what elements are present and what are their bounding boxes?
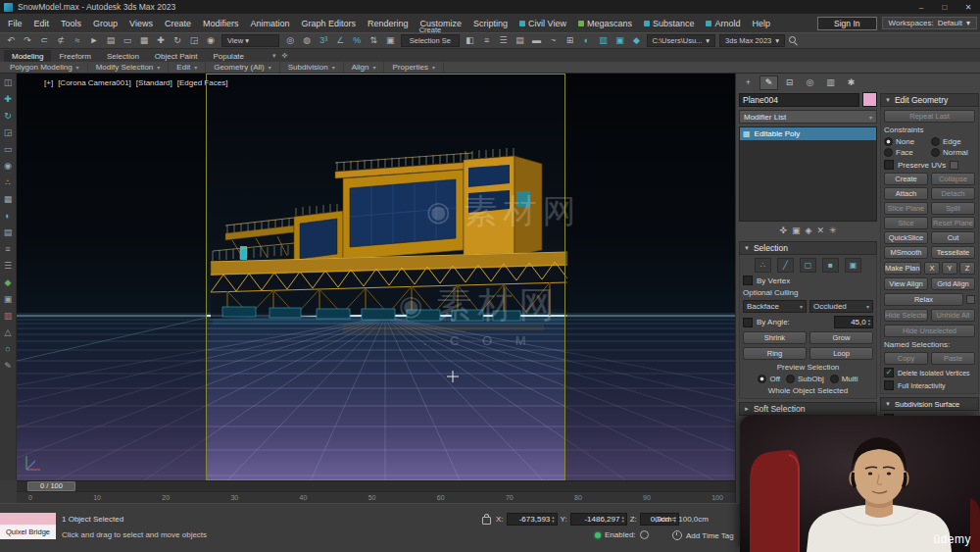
border-mode-icon[interactable]: ▢ [800,258,816,273]
ribbon-panel-geometry-all[interactable]: Geometry (All)▾ [206,62,280,73]
spinner-snap-icon[interactable]: ⇅ [366,33,381,48]
ribbon-tab-object-paint[interactable]: Object Paint [147,50,206,62]
add-time-tag[interactable]: Add Time Tag [672,530,734,540]
y-coordinate-field[interactable]: -1486,297▴▾ [570,513,627,526]
left-tool-move-icon[interactable]: ✚ [4,95,12,104]
ribbon-tab-populate[interactable]: Populate [205,50,252,62]
left-tool-display-icon[interactable]: ▥ [4,312,13,321]
left-tool-grid-icon[interactable]: ▦ [4,195,13,204]
repeat-last-button[interactable]: Repeat Last [884,110,975,123]
configure-modifier-sets-icon[interactable]: ✳ [829,226,837,235]
modifier-stack[interactable]: ▦ Editable Poly [739,126,877,222]
occluded-dropdown[interactable]: Occluded▾ [809,300,873,313]
ribbon-tab-selection[interactable]: Selection [99,50,147,62]
hide-unselected-button[interactable]: Hide Unselected [884,325,975,337]
project-folder-dropdown[interactable]: C:\Users\Usu... ▾ [647,34,716,47]
reset-plane-button[interactable]: Reset Plane [931,217,975,229]
sign-in-button[interactable]: Sign In [817,17,876,30]
relax-button[interactable]: Relax [884,293,963,306]
snap-toggle-3d-icon[interactable]: 3³ [316,33,331,48]
menu-edit[interactable]: Edit [28,14,56,32]
render-production-icon[interactable]: ◆ [629,33,645,48]
x-coordinate-field[interactable]: -673,593▴▾ [507,513,558,526]
select-and-move-icon[interactable]: ✚ [153,33,169,48]
make-planar-x-button[interactable]: X [924,262,940,275]
preview-subobj-radio[interactable]: SubObj [786,375,824,383]
polygon-mode-icon[interactable]: ■ [822,258,839,273]
show-end-result-icon[interactable]: ▣ [792,226,801,235]
by-vertex-checkbox[interactable]: By Vertex [743,276,873,285]
hierarchy-tab-icon[interactable]: ⊟ [780,75,799,90]
toggle-ribbon-icon[interactable]: ▬ [529,33,545,48]
viewport-standard-label[interactable]: [Standard] [136,78,172,87]
menu-file[interactable]: File [2,14,28,32]
spinner-icon[interactable]: ▴▾ [552,516,554,524]
menu-group[interactable]: Group [87,14,123,32]
left-tool-rotate-icon[interactable]: ↻ [4,112,12,121]
soft-selection-rollout-header[interactable]: ► Soft Selection [739,402,877,416]
make-planar-z-button[interactable]: Z [959,262,975,275]
select-object-icon[interactable]: ► [86,33,102,48]
preview-off-radio[interactable]: Off [758,375,780,383]
reference-coordinate-dropdown[interactable]: View ▾ [221,34,279,47]
workspaces-dropdown[interactable]: Workspaces: Default ▾ [882,17,977,29]
left-tool-scale-icon[interactable]: ◲ [4,128,13,137]
time-slider-handle[interactable]: 0 / 100 [27,481,75,491]
percent-snap-icon[interactable]: % [349,33,365,48]
hide-selected-button[interactable]: Hide Selected [884,309,928,322]
motion-tab-icon[interactable]: ◎ [801,75,819,90]
rendered-frame-window-icon[interactable]: ▣ [612,33,628,48]
mirror-icon[interactable]: ◧ [463,33,478,48]
loop-button[interactable]: Loop [809,347,873,360]
menu-substance[interactable]: Substance [638,14,701,32]
viewport-menu-plus[interactable]: [+] [44,78,53,87]
render-setup-icon[interactable]: ▥ [596,33,612,48]
detach-button[interactable]: Detach [931,187,975,200]
quixel-bridge-button[interactable]: Quixel Bridge [0,513,56,539]
preserve-uvs-checkbox[interactable]: Preserve UVs [884,160,975,170]
slice-plane-button[interactable]: Slice Plane [884,202,928,215]
pin-stack-icon[interactable]: ✜ [779,226,787,235]
ribbon-tab-freeform[interactable]: Freeform [51,50,98,62]
delete-isolated-vertices-checkbox[interactable]: ✓Delete Isolated Vertices [884,368,975,377]
ribbon-panel-properties[interactable]: Properties▾ [384,62,443,73]
create-tab-icon[interactable]: + [739,75,758,90]
left-tool-tri-icon[interactable]: △ [5,328,12,337]
backface-dropdown[interactable]: Backface▾ [743,300,807,313]
spinner-icon[interactable]: ▴▾ [868,319,870,326]
viewport[interactable]: [+] [Corona Camera001] [Standard] [Edged… [17,74,735,480]
by-angle-field[interactable]: 45,0▴▾ [834,316,873,328]
object-name-field[interactable]: Plane004 [739,93,859,107]
by-angle-checkbox[interactable]: By Angle: [743,318,831,327]
menu-megascans[interactable]: Megascans [572,14,638,32]
left-tool-list-icon[interactable]: ☰ [4,262,12,271]
menu-graph-editors[interactable]: Graph Editors [295,14,362,32]
constraint-face-radio[interactable]: Face [884,148,928,157]
named-selection-set-dropdown[interactable]: Create Selection Se ▾ [401,34,459,47]
spinner-icon[interactable]: ▴▾ [621,516,623,524]
time-slider[interactable]: 0 / 100 [17,480,735,491]
material-editor-icon[interactable]: ◐ [579,33,595,48]
edit-named-selection-sets-icon[interactable]: ▣ [382,33,398,48]
ribbon-panel-edit[interactable]: Edit▾ [169,62,206,73]
use-pivot-point-icon[interactable]: ◎ [282,33,298,48]
lock-selection-icon[interactable] [482,517,491,525]
view-align-button[interactable]: View Align [884,277,928,290]
left-tool-material-icon[interactable]: ◐ [5,212,10,221]
menu-help[interactable]: Help [747,14,777,32]
left-tool-edit-icon[interactable]: ✎ [4,362,12,371]
selection-rollout-header[interactable]: ▼ Selection [739,241,877,255]
preview-multi-radio[interactable]: Multi [830,375,858,383]
ribbon-tab-modeling[interactable]: Modeling [4,50,51,62]
settings-icon[interactable] [966,295,975,304]
menu-create[interactable]: Create [159,14,197,32]
create-button[interactable]: Create [884,173,928,185]
left-tool-render-icon[interactable]: ◆ [5,278,12,287]
element-mode-icon[interactable]: ▣ [845,258,861,273]
left-tool-select-icon[interactable]: ◫ [4,78,13,87]
attach-button[interactable]: Attach [884,187,928,200]
close-icon[interactable]: ✕ [956,0,980,14]
utilities-tab-icon[interactable]: ✱ [842,75,860,90]
rectangular-selection-region-icon[interactable]: ▭ [120,33,135,48]
ribbon-panel-modify-selection[interactable]: Modify Selection▾ [88,62,170,73]
